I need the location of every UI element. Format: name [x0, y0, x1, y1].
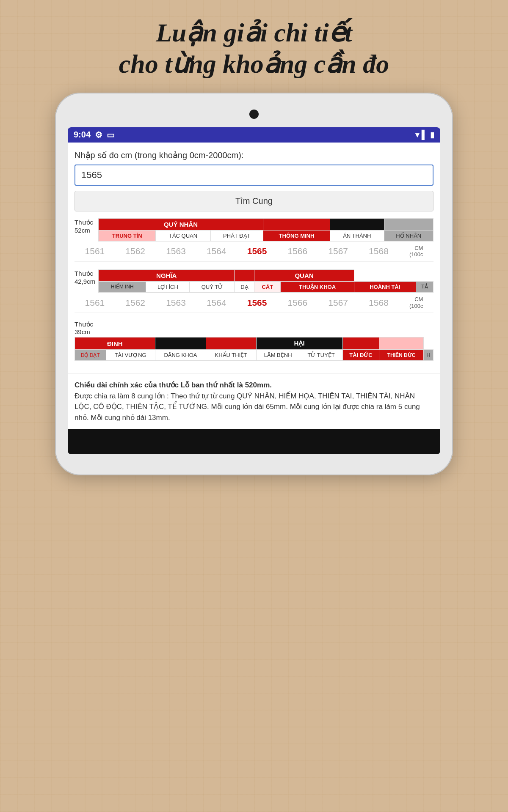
num2-1563: 1563 — [166, 298, 186, 308]
cell-an-thanh: ÁN THÀNH — [330, 230, 384, 241]
sim-icon: ▭ — [107, 130, 115, 140]
cm-label-1: CM(100c — [409, 245, 423, 258]
bottom-body: Được chia ra làm 8 cung lớn : Theo thứ t… — [75, 391, 433, 423]
cell-hai: HẠI — [256, 337, 342, 350]
cell-phat-dat: PHÁT ĐẠT — [210, 230, 263, 241]
num-1566: 1566 — [288, 246, 308, 256]
status-bar: 9:04 ⚙ ▭ ▾ ▌ ▮ — [68, 127, 440, 143]
bottom-bold: Chiều dài chính xác của thước Lỗ ban thứ… — [75, 381, 272, 389]
cell-gray-1 — [384, 218, 433, 230]
cell-tu-tuyet: TỬ TUYỆT — [300, 350, 342, 361]
cm-label-2: CM(100c — [409, 296, 423, 309]
numbers-row-2: 1561 1562 1563 1564 1565 1566 1567 1568 … — [75, 293, 433, 313]
input-label: Nhập số đo cm (trong khoảng 0cm-2000cm): — [75, 150, 433, 160]
bottom-text-section: Chiều dài chính xác của thước Lỗ ban thứ… — [68, 373, 440, 429]
cell-dinh: ĐINH — [75, 337, 155, 350]
status-time: 9:04 — [74, 130, 91, 140]
signal-icon: ▌ — [422, 130, 428, 140]
cell-tac-quan: TÁC QUAN — [156, 230, 210, 241]
cell-cat: CÁT — [254, 281, 281, 292]
ruler-label-3: Thước39cm — [75, 321, 433, 335]
cell-red-4 — [342, 337, 379, 350]
cell-thien-duc: THIÊN ĐỨC — [379, 350, 423, 361]
phone-screen: 9:04 ⚙ ▭ ▾ ▌ ▮ Nhập số đo cm (trong khoả… — [68, 127, 440, 454]
camera-dot — [249, 110, 259, 119]
cell-black-dinh — [155, 337, 206, 350]
cell-hiem-inh: HIỂM INH — [99, 281, 146, 292]
cell-thong-minh: THÔNG MINH — [263, 230, 330, 241]
table-section-2: NGHĨA QUAN HIỂM INH LỢI ÍCH QUÝ TỬ ĐẠ CÁ… — [98, 269, 433, 293]
num2-1567: 1567 — [328, 298, 348, 308]
battery-icon: ▮ — [430, 130, 434, 140]
cell-da: ĐẠ — [235, 281, 254, 292]
cell-pink-end — [379, 337, 423, 350]
num2-1562: 1562 — [125, 298, 145, 308]
num2-1561: 1561 — [85, 298, 105, 308]
cell-black-1 — [330, 218, 384, 230]
find-button[interactable]: Tìm Cung — [75, 191, 433, 211]
cell-tai-vuong: TÀI VƯỢNG — [106, 350, 155, 361]
cell-dang-khoa: ĐĂNG KHOA — [155, 350, 206, 361]
num-1565-active: 1565 — [247, 246, 267, 256]
cell-khau-thiet: KHẨU THIỆT — [206, 350, 257, 361]
cell-lam-benh: LÂM BỆNH — [256, 350, 300, 361]
cell-quy-tu: QUÝ TỬ — [190, 281, 235, 292]
ruler-label-1: Thước52cm — [75, 218, 98, 235]
wifi-icon: ▾ — [415, 130, 419, 140]
num-1567: 1567 — [328, 246, 348, 256]
numbers-row-1: 1561 1562 1563 1564 1565 1566 1567 1568 … — [75, 241, 433, 262]
cell-trung-tin: TRUNG TÍN — [99, 230, 156, 241]
num2-1566: 1566 — [288, 298, 308, 308]
device-frame: 9:04 ⚙ ▭ ▾ ▌ ▮ Nhập số đo cm (trong khoả… — [55, 93, 453, 475]
num2-1568: 1568 — [369, 298, 389, 308]
ruler-label-2: Thước42,9cm — [75, 269, 98, 286]
cell-tai-duc: TÀI ĐỨC — [342, 350, 379, 361]
num-1563: 1563 — [166, 246, 186, 256]
app-content: Nhập số đo cm (trong khoảng 0cm-2000cm):… — [68, 143, 440, 373]
cell-loi-ich: LỢI ÍCH — [146, 281, 190, 292]
cell-thuan-khoa: THUẬN KHOA — [281, 281, 354, 292]
cell-red-2 — [235, 269, 254, 281]
cell-do-dat: ĐỘ ĐẠT — [75, 350, 106, 361]
page-title: Luận giải chi tiết cho từng khoảng cần đ… — [119, 17, 389, 80]
cell-ho-nhan: HỔ NHÂN — [384, 230, 433, 241]
cell-quy-nhan: QUÝ NHÂN — [99, 218, 263, 230]
cell-h: H — [423, 350, 433, 361]
num2-1565-active: 1565 — [247, 298, 267, 308]
cell-tac: TẮ — [416, 281, 433, 292]
cell-quan: QUAN — [254, 269, 354, 281]
cell-hoanh-tai: HOÀNH TÀI — [354, 281, 416, 292]
table-section-3: ĐINH HẠI ĐỘ ĐẠT TÀI VƯỢNG ĐĂNG KHOA KHẨU… — [75, 337, 433, 361]
settings-icon: ⚙ — [95, 130, 102, 140]
cell-red-1 — [263, 218, 330, 230]
num-1562: 1562 — [125, 246, 145, 256]
section-dinh: Thước39cm ĐINH HẠI ĐỘ ĐẠT TÀI VƯỢNG ĐĂNG… — [75, 321, 433, 361]
num-1561: 1561 — [85, 246, 105, 256]
cell-nghia: NGHĨA — [99, 269, 235, 281]
num-1568: 1568 — [369, 246, 389, 256]
section-quy-nhan: Thước52cm QUÝ NHÂN TRUNG — [75, 218, 433, 264]
section-nghia: Thước42,9cm NGHĨA QUAN HIỂM INH LỢI ÍCH — [75, 269, 433, 315]
cell-red-3 — [206, 337, 257, 350]
num-1564: 1564 — [207, 246, 226, 256]
num2-1564: 1564 — [207, 298, 226, 308]
table-section-1: QUÝ NHÂN TRUNG TÍN TÁC QUAN PHÁT ĐẠT THÔ… — [98, 218, 433, 241]
bottom-black-bar — [68, 429, 440, 454]
number-input[interactable]: 1565 — [75, 165, 433, 186]
